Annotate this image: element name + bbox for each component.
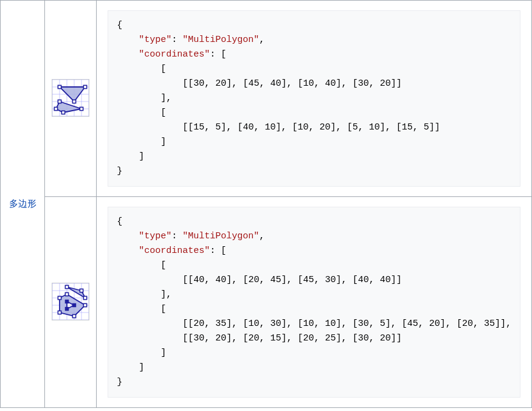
multipolygon-thumbnail: [52, 283, 89, 320]
table-row: 多边形 { "type": "MultiPolygon", "coordinat…: [1, 1, 532, 197]
svg-rect-40: [66, 307, 69, 310]
svg-rect-33: [84, 296, 87, 299]
json-code: { "type": "MultiPolygon", "coordinates":…: [108, 10, 520, 187]
svg-rect-17: [58, 100, 61, 103]
svg-rect-31: [80, 289, 83, 292]
geom-group: [58, 285, 87, 317]
multipolygon-thumbnail: [52, 79, 89, 117]
code-cell: { "type": "MultiPolygon", "coordinates":…: [97, 197, 532, 408]
type-label-cell: 多边形: [1, 1, 45, 408]
json-code: { "type": "MultiPolygon", "coordinates":…: [108, 207, 520, 398]
svg-rect-14: [58, 85, 61, 88]
multipolygon-icon: [52, 283, 89, 320]
table-row: { "type": "MultiPolygon", "coordinates":…: [1, 197, 532, 408]
svg-rect-12: [73, 100, 76, 103]
type-link[interactable]: 多边形: [9, 198, 36, 209]
thumbnail-cell: [45, 1, 97, 197]
svg-rect-38: [84, 303, 87, 306]
svg-rect-41: [66, 300, 69, 303]
geojson-table: 多边形 { "type": "MultiPolygon", "coordinat…: [0, 0, 532, 408]
svg-rect-18: [55, 107, 58, 110]
svg-rect-13: [84, 85, 87, 88]
code-cell: { "type": "MultiPolygon", "coordinates":…: [97, 1, 532, 197]
svg-rect-37: [73, 314, 76, 317]
svg-rect-16: [80, 107, 83, 110]
svg-rect-35: [58, 296, 61, 299]
geom-group: [55, 85, 87, 114]
svg-rect-32: [66, 285, 69, 288]
svg-rect-36: [58, 311, 61, 314]
svg-rect-15: [62, 111, 65, 114]
svg-rect-39: [73, 303, 76, 306]
svg-rect-34: [66, 292, 69, 295]
thumbnail-cell: [45, 197, 97, 408]
multipolygon-icon: [52, 80, 89, 116]
